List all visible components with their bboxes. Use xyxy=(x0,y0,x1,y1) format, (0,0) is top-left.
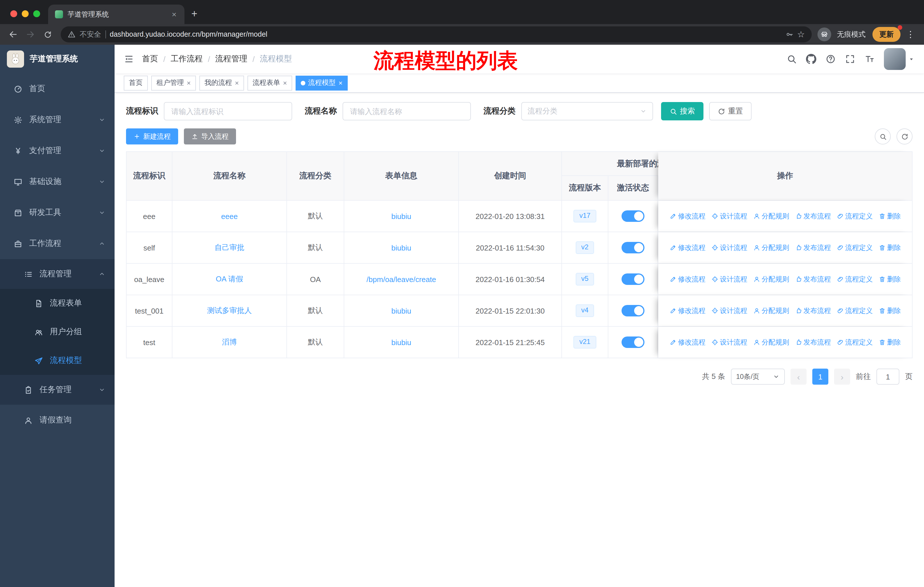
sidebar-collapse-button[interactable] xyxy=(124,54,134,64)
publish-process-link[interactable]: 发布流程 xyxy=(795,243,831,253)
sidebar-item-home[interactable]: 首页 xyxy=(0,73,115,104)
search-button[interactable]: 搜索 xyxy=(661,102,703,121)
forward-button[interactable] xyxy=(23,27,38,42)
key-icon[interactable] xyxy=(785,30,793,38)
form-info-link[interactable]: biubiu xyxy=(391,306,411,315)
delete-link[interactable]: 删除 xyxy=(878,337,901,347)
sidebar-item-task-mgmt[interactable]: 任务管理 xyxy=(0,375,115,405)
new-tab-button[interactable]: + xyxy=(191,8,197,19)
sidebar-item-infra[interactable]: 基础设施 xyxy=(0,166,115,197)
close-window-button[interactable] xyxy=(10,10,17,17)
design-process-link[interactable]: 设计流程 xyxy=(711,274,747,284)
breadcrumb-workflow[interactable]: 工作流程 xyxy=(171,54,203,64)
assign-rule-link[interactable]: 分配规则 xyxy=(753,211,789,221)
delete-link[interactable]: 删除 xyxy=(878,274,901,284)
active-toggle[interactable] xyxy=(622,273,644,285)
assign-rule-link[interactable]: 分配规则 xyxy=(753,337,789,347)
sidebar-item-devtools[interactable]: 研发工具 xyxy=(0,197,115,228)
sidebar-item-process-form[interactable]: 流程表单 xyxy=(0,289,115,317)
sidebar-item-system[interactable]: 系统管理 xyxy=(0,104,115,135)
zoom-window-button[interactable] xyxy=(33,10,40,17)
tag-close-icon[interactable]: × xyxy=(187,79,191,86)
process-name-link[interactable]: OA 请假 xyxy=(216,274,243,284)
process-definition-link[interactable]: 流程定义 xyxy=(837,211,873,221)
sidebar-item-payment[interactable]: 支付管理 xyxy=(0,135,115,166)
assign-rule-link[interactable]: 分配规则 xyxy=(753,274,789,284)
browser-menu-button[interactable]: ⋮ xyxy=(903,29,918,40)
toggle-search-button[interactable] xyxy=(875,128,891,144)
modify-process-link[interactable]: 修改流程 xyxy=(669,243,705,253)
tag-close-icon[interactable]: × xyxy=(338,79,343,86)
sidebar-item-user-group[interactable]: 用户分组 xyxy=(0,317,115,346)
form-info-link[interactable]: biubiu xyxy=(391,338,411,347)
delete-link[interactable]: 删除 xyxy=(878,211,901,221)
avatar[interactable] xyxy=(884,48,906,70)
bookmark-star-icon[interactable]: ☆ xyxy=(797,29,805,40)
next-page-button[interactable]: › xyxy=(834,369,850,385)
design-process-link[interactable]: 设计流程 xyxy=(711,211,747,221)
delete-link[interactable]: 删除 xyxy=(878,243,901,253)
modify-process-link[interactable]: 修改流程 xyxy=(669,306,705,316)
publish-process-link[interactable]: 发布流程 xyxy=(795,306,831,316)
process-name-link[interactable]: 测试多审批人 xyxy=(207,306,252,316)
active-toggle[interactable] xyxy=(622,336,644,348)
form-info-link[interactable]: /bpm/oa/leave/create xyxy=(366,275,436,283)
breadcrumb-home[interactable]: 首页 xyxy=(142,54,158,64)
process-name-link[interactable]: 自己审批 xyxy=(214,243,244,253)
form-info-link[interactable]: biubiu xyxy=(391,243,411,252)
process-id-input[interactable] xyxy=(164,102,292,121)
publish-process-link[interactable]: 发布流程 xyxy=(795,211,831,221)
tag-tenant-mgmt[interactable]: 租户管理 × xyxy=(151,75,196,90)
process-name-link[interactable]: 滔博 xyxy=(222,337,237,347)
breadcrumb-process-mgmt[interactable]: 流程管理 xyxy=(215,54,248,64)
design-process-link[interactable]: 设计流程 xyxy=(711,306,747,316)
design-process-link[interactable]: 设计流程 xyxy=(711,337,747,347)
back-button[interactable] xyxy=(6,27,21,42)
tag-process-form[interactable]: 流程表单 × xyxy=(248,75,292,90)
goto-page-input[interactable] xyxy=(876,369,899,385)
assign-rule-link[interactable]: 分配规则 xyxy=(753,243,789,253)
reload-button[interactable] xyxy=(40,27,55,42)
import-process-button[interactable]: 导入流程 xyxy=(184,128,236,144)
font-size-icon[interactable] xyxy=(865,54,875,64)
process-definition-link[interactable]: 流程定义 xyxy=(837,306,873,316)
prev-page-button[interactable]: ‹ xyxy=(790,369,807,385)
tag-close-icon[interactable]: × xyxy=(283,79,287,86)
active-toggle[interactable] xyxy=(622,305,644,316)
tag-process-model[interactable]: 流程模型 × xyxy=(295,75,348,90)
create-process-button[interactable]: 新建流程 xyxy=(126,128,178,144)
user-menu[interactable] xyxy=(884,48,915,70)
tag-close-icon[interactable]: × xyxy=(235,79,239,86)
design-process-link[interactable]: 设计流程 xyxy=(711,243,747,253)
process-definition-link[interactable]: 流程定义 xyxy=(837,243,873,253)
modify-process-link[interactable]: 修改流程 xyxy=(669,337,705,347)
fullscreen-icon[interactable] xyxy=(845,54,855,64)
search-icon[interactable] xyxy=(787,54,797,64)
delete-link[interactable]: 删除 xyxy=(878,306,901,316)
process-name-link[interactable]: eeee xyxy=(221,212,238,220)
form-info-link[interactable]: biubiu xyxy=(391,212,411,220)
minimize-window-button[interactable] xyxy=(22,10,29,17)
tag-home[interactable]: 首页 xyxy=(124,75,148,90)
assign-rule-link[interactable]: 分配规则 xyxy=(753,306,789,316)
sidebar-item-process-model[interactable]: 流程模型 xyxy=(0,346,115,375)
github-icon[interactable] xyxy=(806,54,816,64)
active-toggle[interactable] xyxy=(622,210,644,222)
modify-process-link[interactable]: 修改流程 xyxy=(669,211,705,221)
browser-update-button[interactable]: 更新 xyxy=(873,27,901,42)
tag-my-process[interactable]: 我的流程 × xyxy=(200,75,244,90)
url-box[interactable]: 不安全 dashboard.yudao.iocoder.cn/bpm/manag… xyxy=(61,26,812,42)
help-icon[interactable] xyxy=(825,54,836,64)
sidebar-item-leave-query[interactable]: 请假查询 xyxy=(0,405,115,436)
sidebar-item-process-mgmt[interactable]: 流程管理 xyxy=(0,259,115,289)
modify-process-link[interactable]: 修改流程 xyxy=(669,274,705,284)
page-number-button[interactable]: 1 xyxy=(812,369,828,385)
process-definition-link[interactable]: 流程定义 xyxy=(837,337,873,347)
reset-button[interactable]: 重置 xyxy=(709,102,752,121)
process-category-select[interactable]: 流程分类 xyxy=(521,102,653,121)
publish-process-link[interactable]: 发布流程 xyxy=(795,274,831,284)
publish-process-link[interactable]: 发布流程 xyxy=(795,337,831,347)
page-size-select[interactable]: 10条/页 xyxy=(731,369,785,385)
process-name-input[interactable] xyxy=(343,102,471,121)
process-definition-link[interactable]: 流程定义 xyxy=(837,274,873,284)
